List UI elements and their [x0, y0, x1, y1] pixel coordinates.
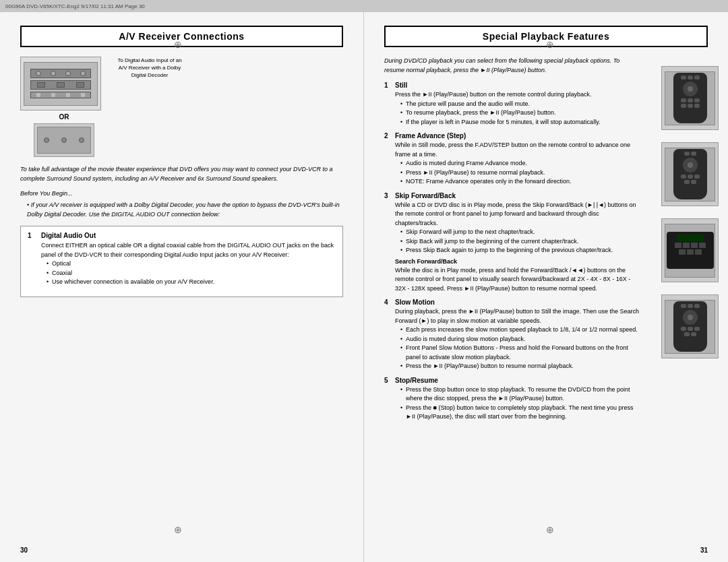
remote-btn-row-6	[684, 180, 696, 184]
reg-mark-left-top: ⊕	[174, 39, 182, 50]
p-btn-5	[679, 249, 686, 255]
page-wrapper: 00G90A DVD-V85K/XTC-Eng2 9/17/02 11:31 A…	[0, 0, 728, 562]
or-label: OR	[59, 113, 69, 121]
r-btn-19	[694, 304, 700, 308]
remote-shape-1	[673, 73, 707, 123]
right-item-5-content: Stop/Resume Press the Stop button once t…	[395, 377, 640, 422]
r3-b0: Skip Forward will jump to the next chapt…	[400, 228, 640, 237]
r-btn-4	[681, 98, 686, 102]
r-btn-22	[694, 327, 700, 331]
panel-row-1	[669, 243, 711, 248]
reg-mark-left-bottom: ⊕	[174, 524, 182, 535]
front-panel-inner	[665, 224, 715, 278]
left-bullet-2: Use whichever connection is available on…	[47, 278, 336, 287]
remote-btn-row-8	[681, 327, 700, 331]
r5-b0: Press the Stop button once to stop playb…	[400, 385, 640, 404]
port-a	[44, 137, 49, 143]
r1-b2: If the player is left in Pause mode for …	[400, 118, 640, 127]
r-btn-24	[691, 332, 696, 336]
connector-row1	[30, 69, 91, 78]
diagram-area: OR To Digital Audio Input of an A/V Rece…	[20, 57, 343, 157]
remote-btn-row-3	[681, 104, 700, 108]
connector-row2	[30, 80, 91, 90]
r-btn-15	[684, 180, 690, 184]
mini-port3	[66, 93, 70, 97]
r-btn-14	[694, 175, 700, 179]
right-item-1-num: 1	[384, 82, 395, 127]
r-btn-6	[694, 98, 700, 102]
page-number-right: 31	[700, 547, 708, 554]
remote-btn-row-2	[681, 98, 700, 102]
p-btn-1	[675, 243, 681, 248]
left-item-1: 1 Digital Audio Out Connect EITHER an op…	[28, 232, 336, 287]
front-panel-shape	[667, 232, 714, 269]
page-number-left: 30	[20, 547, 28, 554]
port4	[80, 71, 86, 76]
right-item-3-sub-title: Search Forward/Back	[395, 258, 640, 265]
r2-b2: NOTE: Frame Advance operates only in the…	[400, 177, 640, 187]
right-item-5: 5 Stop/Resume Press the Stop button once…	[384, 377, 640, 422]
left-item-1-number: 1	[28, 232, 38, 287]
remote-shape-2	[673, 149, 707, 199]
left-item-1-title: Digital Audio Out	[41, 232, 336, 239]
before-begin-text: Before You Begin...	[20, 190, 343, 197]
mini-port2	[51, 93, 55, 97]
port5	[37, 82, 45, 88]
right-item-3-sub-body: While the disc is in Play mode, press an…	[395, 266, 640, 294]
remote-image-3	[661, 294, 719, 358]
r1-b0: The picture will pause and the audio wil…	[400, 100, 640, 109]
r3-b2: Press Skip Back again to jump to the beg…	[400, 246, 640, 255]
right-item-2-title: Frame Advance (Step)	[395, 132, 640, 139]
p-btn-3	[691, 243, 698, 248]
right-item-1-body: Press the ►II (Play/Pause) button on the…	[395, 90, 640, 100]
right-item-1-bullets: The picture will pause and the audio wil…	[395, 100, 640, 127]
diagram-container: OR	[20, 57, 108, 157]
right-item-3-body: While a CD or DVD disc is in Play mode, …	[395, 201, 640, 228]
right-intro: During DVD/CD playback you can select fr…	[384, 57, 640, 75]
p-btn-7	[695, 249, 702, 255]
right-item-4-bullets: Each press increases the slow motion spe…	[395, 325, 640, 371]
remote-dpad-2	[683, 158, 698, 173]
remote-inner-3	[665, 300, 715, 354]
panel-display	[677, 235, 704, 241]
top-bar-text: 00G90A DVD-V85K/XTC-Eng2 9/17/02 11:31 A…	[5, 3, 145, 9]
right-item-2-body: While in Still mode, press the F.ADV/STE…	[395, 141, 640, 159]
p-btn-2	[683, 243, 690, 248]
remote-btn-row-4	[684, 152, 696, 156]
left-bullet-1: Coaxial	[47, 269, 336, 278]
panel-row-2	[669, 249, 711, 255]
top-bar: 00G90A DVD-V85K/XTC-Eng2 9/17/02 11:31 A…	[0, 0, 728, 12]
r-btn-8	[688, 104, 693, 108]
reg-mark-right-top: ⊕	[546, 39, 554, 50]
p-btn-6	[687, 249, 694, 255]
right-device-images	[661, 66, 719, 358]
diagram-box	[20, 57, 101, 111]
right-item-4-num: 4	[384, 299, 395, 371]
port3	[65, 71, 71, 76]
right-item-3-title: Skip Forward/Back	[395, 192, 640, 199]
right-item-1-content: Still Press the ►II (Play/Pause) button …	[395, 82, 640, 127]
mini-port1	[36, 93, 40, 97]
r2-b1: Press ►II (Play/Pause) to resume normal …	[400, 168, 640, 178]
r-btn-21	[688, 327, 693, 331]
r-btn-13	[688, 175, 693, 179]
remote-btn-row-7	[681, 304, 700, 308]
remote-inner-2	[665, 148, 715, 201]
r-btn-16	[691, 180, 696, 184]
remote-btn-row-1	[681, 75, 700, 80]
second-diagram	[34, 123, 94, 157]
r-btn-18	[688, 304, 693, 308]
p-btn-4	[699, 243, 706, 248]
right-item-2: 2 Frame Advance (Step) While in Still mo…	[384, 132, 640, 187]
port-b	[61, 137, 67, 143]
remote-image-1	[661, 66, 719, 130]
right-main-layout: During DVD/CD playback you can select fr…	[384, 57, 708, 427]
remote-btn-row-5	[681, 175, 700, 179]
port2	[51, 71, 56, 76]
r4-b2: Front Panel Slow Motion Buttons - Press …	[400, 344, 640, 362]
left-section-box: 1 Digital Audio Out Connect EITHER an op…	[20, 226, 343, 297]
connector-diagram	[30, 69, 91, 98]
remote-dpad-1	[683, 82, 698, 96]
r-btn-20	[681, 327, 686, 331]
r-btn-12	[681, 175, 686, 179]
